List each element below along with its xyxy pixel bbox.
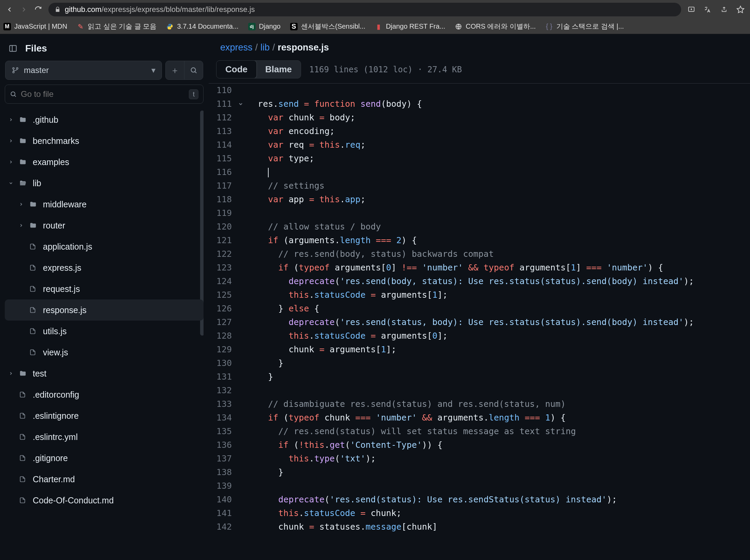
tree-file[interactable]: .editorconfig bbox=[5, 384, 204, 405]
code-line[interactable]: 114 var req = this.req; bbox=[209, 138, 750, 152]
code-line[interactable]: 128 this.statusCode = arguments[0]; bbox=[209, 329, 750, 343]
code-line[interactable]: 129 chunk = arguments[1]; bbox=[209, 343, 750, 356]
bookmark-item[interactable]: MJavaScript | MDN bbox=[3, 23, 67, 30]
code-content: } bbox=[246, 356, 283, 370]
code-line[interactable]: 135 // res.send(status) will set status … bbox=[209, 425, 750, 438]
tree-file[interactable]: .eslintignore bbox=[5, 405, 204, 426]
tree-folder[interactable]: .github bbox=[5, 109, 204, 130]
tree-file[interactable]: Charter.md bbox=[5, 469, 204, 490]
code-line[interactable]: 130 } bbox=[209, 356, 750, 370]
folder-icon bbox=[19, 179, 28, 187]
code-line[interactable]: 141 this.statusCode = chunk; bbox=[209, 506, 750, 520]
code-line[interactable]: 120 // allow status / body bbox=[209, 220, 750, 234]
code-content: var chunk = body; bbox=[246, 111, 355, 124]
code-line[interactable]: 115 var type; bbox=[209, 152, 750, 165]
code-line[interactable]: 133 // disambiguate res.send(status) and… bbox=[209, 397, 750, 411]
code-line[interactable]: 117 // settings bbox=[209, 179, 750, 193]
code-line[interactable]: 116 bbox=[209, 165, 750, 179]
fold-gutter bbox=[235, 397, 246, 411]
tree-file[interactable]: Code-Of-Conduct.md bbox=[5, 490, 204, 511]
search-button[interactable] bbox=[184, 61, 203, 80]
tab-blame[interactable]: Blame bbox=[256, 61, 301, 78]
nav-forward-button[interactable] bbox=[20, 5, 28, 14]
code-line[interactable]: 110 bbox=[209, 84, 750, 97]
code-line[interactable]: 126 } else { bbox=[209, 302, 750, 315]
tree-folder[interactable]: middleware bbox=[5, 194, 204, 215]
code-line[interactable]: 125 this.statusCode = arguments[1]; bbox=[209, 288, 750, 302]
share-icon[interactable] bbox=[720, 5, 728, 14]
code-line[interactable]: 113 var encoding; bbox=[209, 124, 750, 138]
fold-gutter[interactable] bbox=[235, 97, 246, 111]
code-line[interactable]: 142 chunk = statuses.message[chunk] bbox=[209, 520, 750, 534]
tree-file[interactable]: request.js bbox=[5, 278, 204, 299]
code-line[interactable]: 137 this.type('txt'); bbox=[209, 452, 750, 466]
code-line[interactable]: 136 if (!this.get('Content-Type')) { bbox=[209, 438, 750, 452]
breadcrumb-repo[interactable]: express bbox=[220, 42, 253, 53]
tree-folder[interactable]: benchmarks bbox=[5, 130, 204, 151]
code-line[interactable]: 134 if (typeof chunk === 'number' && arg… bbox=[209, 411, 750, 425]
code-line[interactable]: 132 bbox=[209, 384, 750, 397]
bookmark-item[interactable]: ✎읽고 싶은 기술 글 모음 bbox=[77, 22, 156, 31]
tree-file[interactable]: .eslintrc.yml bbox=[5, 426, 204, 447]
bookmark-item[interactable]: djDjango bbox=[248, 23, 281, 30]
tree-file[interactable]: application.js bbox=[5, 236, 204, 257]
bookmark-item[interactable]: ▮Django REST Fra... bbox=[375, 23, 445, 30]
code-line[interactable]: 121 if (arguments.length === 2) { bbox=[209, 234, 750, 247]
breadcrumb-path[interactable]: lib bbox=[260, 42, 270, 53]
code-line[interactable]: 123 if (typeof arguments[0] !== 'number'… bbox=[209, 261, 750, 275]
chevron-icon bbox=[18, 202, 25, 207]
code-line[interactable]: 118 var app = this.app; bbox=[209, 193, 750, 206]
tree-folder[interactable]: test bbox=[5, 363, 204, 384]
code-content: deprecate('res.send(status, body): Use r… bbox=[246, 315, 694, 329]
code-toolbar: Code Blame 1169 lines (1012 loc) · 27.4 … bbox=[209, 56, 750, 84]
bookmark-favicon bbox=[166, 23, 174, 30]
file-search-input[interactable] bbox=[21, 89, 185, 99]
code-line[interactable]: 139 bbox=[209, 479, 750, 493]
line-number: 115 bbox=[209, 152, 235, 165]
url-bar[interactable]: github.com/expressjs/express/blob/master… bbox=[48, 3, 681, 16]
code-line[interactable]: 119 bbox=[209, 206, 750, 220]
tree-file[interactable]: express.js bbox=[5, 257, 204, 278]
translate-icon[interactable] bbox=[704, 5, 712, 14]
branch-select[interactable]: master ▾ bbox=[5, 61, 162, 80]
reload-button[interactable] bbox=[34, 5, 42, 14]
tree-folder[interactable]: lib bbox=[5, 173, 204, 194]
code-line[interactable]: 112 var chunk = body; bbox=[209, 111, 750, 124]
code-line[interactable]: 138 } bbox=[209, 466, 750, 479]
breadcrumb-sep: / bbox=[255, 42, 258, 53]
install-icon[interactable] bbox=[687, 5, 695, 14]
file-icon bbox=[19, 391, 28, 398]
fold-gutter bbox=[235, 493, 246, 506]
tree-folder[interactable]: router bbox=[5, 215, 204, 236]
add-file-button[interactable]: ＋ bbox=[165, 61, 184, 80]
code-line[interactable]: 131 } bbox=[209, 370, 750, 384]
bookmark-item[interactable]: { }기술 스택으로 검색 |... bbox=[545, 22, 624, 31]
star-icon[interactable] bbox=[736, 5, 745, 14]
code-line[interactable]: 140 deprecate('res.send(status): Use res… bbox=[209, 493, 750, 506]
code-content: chunk = arguments[1]; bbox=[246, 343, 396, 356]
bookmark-favicon: S bbox=[290, 23, 298, 30]
tree-file[interactable]: response.js bbox=[5, 299, 204, 321]
file-icon bbox=[29, 349, 38, 356]
bookmark-label: 3.7.14 Documenta... bbox=[177, 23, 238, 30]
tree-file[interactable]: .gitignore bbox=[5, 447, 204, 469]
code-line[interactable]: 111 res.send = function send(body) { bbox=[209, 97, 750, 111]
code-line[interactable]: 122 // res.send(body, status) backwards … bbox=[209, 247, 750, 261]
bookmark-item[interactable]: 3.7.14 Documenta... bbox=[166, 23, 238, 30]
tree-file[interactable]: view.js bbox=[5, 342, 204, 363]
line-number: 140 bbox=[209, 493, 235, 506]
code-content: var type; bbox=[246, 152, 314, 165]
code-line[interactable]: 124 deprecate('res.send(body, status): U… bbox=[209, 275, 750, 288]
file-search[interactable]: t bbox=[5, 85, 204, 104]
bookmark-item[interactable]: S센서블박스(Sensibl... bbox=[290, 22, 365, 31]
tree-file[interactable]: utils.js bbox=[5, 321, 204, 342]
line-number: 136 bbox=[209, 438, 235, 452]
nav-back-button[interactable] bbox=[5, 5, 14, 14]
tab-code[interactable]: Code bbox=[216, 60, 257, 78]
collapse-tree-icon[interactable] bbox=[7, 43, 18, 54]
tree-folder[interactable]: examples bbox=[5, 151, 204, 173]
code-line[interactable]: 127 deprecate('res.send(status, body): U… bbox=[209, 315, 750, 329]
line-number: 141 bbox=[209, 506, 235, 520]
bookmark-item[interactable]: CORS 에러와 이별하... bbox=[455, 22, 536, 31]
code-area[interactable]: 110111 res.send = function send(body) {1… bbox=[209, 84, 750, 560]
